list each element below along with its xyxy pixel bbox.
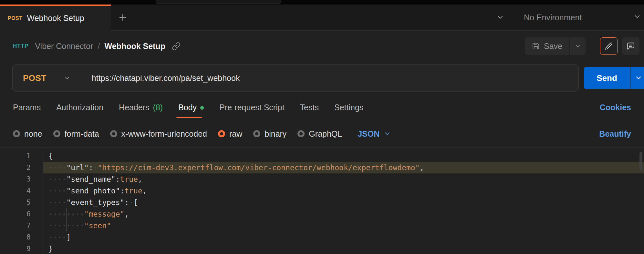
code-line[interactable]: 3····"send_name":true,: [0, 173, 644, 185]
save-options-button[interactable]: [570, 37, 586, 55]
tab-tests-label: Tests: [300, 103, 319, 112]
tab-pre-request-script[interactable]: Pre-request Script: [219, 94, 284, 120]
line-number: 8: [0, 231, 43, 243]
tab-title: Webhook Setup: [27, 14, 84, 23]
new-tab-button[interactable]: [111, 5, 134, 30]
tab-params[interactable]: Params: [13, 94, 41, 120]
tab-tests[interactable]: Tests: [300, 94, 319, 120]
code-line[interactable]: 8····]: [0, 231, 644, 243]
active-request-tab[interactable]: POST Webhook Setup: [0, 5, 111, 31]
body-mode-none-label: none: [24, 129, 42, 139]
beautify-link[interactable]: Beautify: [599, 129, 631, 139]
code-line[interactable]: 4····"send_photo":true,: [0, 185, 644, 197]
breadcrumb-collection[interactable]: Viber Connector: [35, 42, 93, 51]
raw-language-selector[interactable]: JSON: [358, 129, 390, 139]
chevron-down-icon: [497, 14, 504, 21]
code-line-content: ····]: [43, 231, 644, 243]
body-mode-graphql-label: GraphQL: [309, 129, 342, 139]
body-mode-none[interactable]: none: [13, 129, 42, 139]
editor-scrollbar-thumb[interactable]: [639, 152, 642, 171]
tab-settings[interactable]: Settings: [334, 94, 363, 120]
url-input[interactable]: https://chatapi.viber.com/pa/set_webhook: [92, 73, 240, 83]
radio-icon: [53, 130, 60, 137]
tab-body[interactable]: Body: [178, 94, 204, 120]
send-options-button[interactable]: [630, 67, 644, 89]
method-selector[interactable]: POST: [13, 73, 70, 83]
save-button[interactable]: Save: [525, 37, 569, 55]
edit-documentation-button[interactable]: [600, 37, 618, 55]
save-button-label: Save: [544, 42, 562, 51]
environment-selected-label: No Environment: [524, 13, 582, 22]
radio-selected-icon: [218, 130, 225, 137]
tab-authorization-label: Authorization: [56, 103, 103, 112]
plus-icon: [118, 13, 127, 22]
code-line-content: }: [43, 243, 644, 254]
code-editor[interactable]: 1{2····"url":·"https://cim-dev3.expertfl…: [0, 147, 644, 254]
body-mode-raw[interactable]: raw: [218, 129, 242, 139]
request-section-tabs: Params Authorization Headers(8) Body Pre…: [0, 94, 644, 120]
code-line-content: ····"send_name":true,: [43, 173, 644, 185]
code-line-content-highlighted: ····"url":·"https://cim-dev3.expertflow.…: [43, 162, 644, 173]
line-number: 1: [0, 150, 43, 162]
request-url-box: POST https://chatapi.viber.com/pa/set_we…: [12, 64, 579, 92]
chevron-down-icon: [634, 13, 641, 20]
body-mode-graphql[interactable]: GraphQL: [297, 129, 342, 139]
code-line[interactable]: 1{: [0, 150, 644, 162]
body-mode-urlencoded[interactable]: x-www-form-urlencoded: [110, 129, 207, 139]
tab-params-label: Params: [13, 103, 41, 112]
body-mode-form-data-label: form-data: [65, 129, 99, 139]
line-number: 5: [0, 197, 43, 208]
tab-list-dropdown-button[interactable]: [489, 5, 512, 30]
raw-language-label: JSON: [358, 129, 379, 139]
tab-settings-label: Settings: [334, 103, 363, 112]
send-button-group: Send: [584, 67, 644, 89]
line-number: 7: [0, 220, 43, 231]
body-mode-raw-label: raw: [229, 129, 242, 139]
line-number: 9: [0, 243, 43, 254]
environment-selector[interactable]: No Environment: [512, 5, 644, 30]
tab-headers[interactable]: Headers(8): [119, 94, 163, 120]
request-url-row: POST https://chatapi.viber.com/pa/set_we…: [0, 62, 644, 94]
send-button[interactable]: Send: [584, 67, 630, 89]
code-line-content: ····"send_photo":true,: [43, 185, 644, 197]
tab-authorization[interactable]: Authorization: [56, 94, 103, 120]
body-modified-dot: [200, 106, 204, 110]
app-header-sliver: [0, 0, 644, 5]
code-line-content: ········"message",: [43, 208, 644, 220]
tab-body-label: Body: [178, 103, 197, 112]
cookies-link[interactable]: Cookies: [600, 103, 631, 112]
code-line[interactable]: 2····"url":·"https://cim-dev3.expertflow…: [0, 162, 644, 173]
tab-method-badge: POST: [8, 15, 23, 21]
tab-pre-request-script-label: Pre-request Script: [219, 103, 284, 112]
comments-button[interactable]: [622, 37, 639, 55]
breadcrumb-request-name[interactable]: Webhook Setup: [105, 42, 165, 51]
line-number: 3: [0, 173, 43, 185]
chevron-down-icon: [635, 74, 642, 82]
chevron-down-icon: [384, 131, 390, 137]
pencil-icon: [605, 42, 613, 50]
breadcrumb-toolbar-row: HTTP Viber Connector / Webhook Setup Sav…: [0, 31, 644, 62]
toolbar-divider: [593, 39, 593, 53]
floppy-disk-icon: [532, 42, 540, 50]
save-button-group: Save: [525, 37, 586, 55]
chevron-down-icon: [575, 43, 581, 49]
radio-icon: [110, 130, 117, 137]
global-search-input[interactable]: [156, 0, 281, 4]
tabbar-spacer: [134, 5, 489, 30]
code-line[interactable]: 9}: [0, 243, 644, 254]
code-line[interactable]: 6········"message",: [0, 208, 644, 220]
code-line-content: ········"seen": [43, 220, 644, 231]
body-mode-options: none form-data x-www-form-urlencoded raw…: [0, 120, 644, 147]
body-mode-form-data[interactable]: form-data: [53, 129, 99, 139]
link-icon: [172, 42, 181, 51]
postman-app-window: POST Webhook Setup No Environment HTTP V…: [0, 0, 644, 254]
code-line[interactable]: 5····"event_types":·[: [0, 197, 644, 208]
speech-bubble-icon: [627, 42, 635, 50]
body-mode-binary[interactable]: binary: [253, 129, 286, 139]
code-line[interactable]: 7········"seen": [0, 220, 644, 231]
radio-icon: [297, 130, 305, 137]
share-link-button[interactable]: [172, 42, 181, 51]
request-tab-bar: POST Webhook Setup No Environment: [0, 5, 644, 31]
method-label: POST: [23, 73, 47, 83]
indent-guide: [66, 208, 67, 231]
